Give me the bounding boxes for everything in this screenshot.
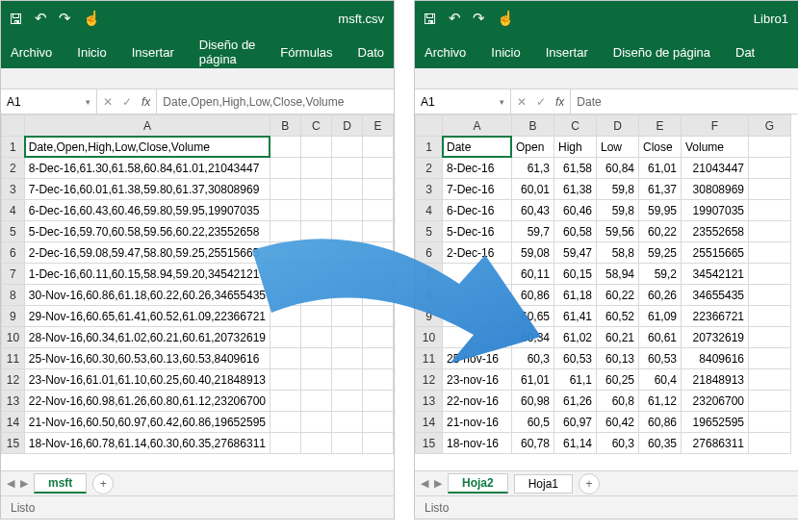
table-row[interactable]: 28-Dec-1661,361,5860,8461,0121043447: [416, 158, 791, 179]
cell[interactable]: 30808969: [682, 179, 749, 200]
cell[interactable]: 21-Nov-16,60.50,60.97,60.42,60.86,196525…: [24, 412, 270, 433]
cell[interactable]: 60,86: [512, 285, 554, 306]
undo-icon[interactable]: ↶: [449, 10, 461, 27]
cell[interactable]: 7-Dec-16: [443, 179, 512, 200]
cell[interactable]: 60,84: [597, 158, 639, 179]
cell[interactable]: [443, 306, 512, 327]
row-header[interactable]: 4: [416, 200, 443, 221]
table-row[interactable]: 28-Dec-16,61.30,61.58,60.84,61.01,210434…: [2, 158, 394, 179]
column-header[interactable]: D: [331, 115, 362, 137]
cell[interactable]: 60,15: [554, 264, 597, 285]
table-row[interactable]: 929-Nov-16,60.65,61.41,60.52,61.09,22366…: [2, 306, 394, 327]
table-row[interactable]: 1518-nov-1660,7861,1460,360,3527686311: [416, 433, 791, 454]
cell[interactable]: [270, 327, 301, 348]
cell[interactable]: [749, 242, 791, 264]
cell[interactable]: [300, 179, 331, 200]
cell[interactable]: 59,7: [512, 221, 554, 242]
row-header[interactable]: 15: [2, 433, 25, 454]
table-row[interactable]: 1322-nov-1660,9861,2660,861,1223206700: [416, 391, 791, 412]
cell[interactable]: 61,09: [639, 306, 682, 327]
cell[interactable]: [331, 285, 362, 306]
cell[interactable]: 61,02: [554, 327, 597, 348]
table-row[interactable]: 760,1160,1558,9459,234542121: [416, 264, 791, 285]
cell[interactable]: [331, 158, 362, 179]
table-row[interactable]: 860,8661,1860,2260,2634655435: [416, 285, 791, 306]
column-header[interactable]: A: [443, 115, 512, 137]
cell[interactable]: [300, 242, 331, 264]
cell[interactable]: 59,2: [639, 264, 682, 285]
cell[interactable]: 34542121: [682, 264, 749, 285]
cell[interactable]: 22-Nov-16,60.98,61.26,60.80,61.12,232067…: [24, 391, 270, 412]
column-header[interactable]: G: [749, 115, 791, 137]
cell[interactable]: [270, 200, 301, 221]
cell[interactable]: [363, 158, 394, 179]
cell[interactable]: 59,08: [512, 242, 554, 264]
cell[interactable]: 61,01: [639, 158, 682, 179]
column-header[interactable]: F: [682, 115, 749, 137]
cell[interactable]: 59,95: [639, 200, 682, 221]
table-row[interactable]: 1322-Nov-16,60.98,61.26,60.80,61.12,2320…: [2, 391, 394, 412]
table-row[interactable]: 37-Dec-1660,0161,3859,861,3730808969: [416, 179, 791, 200]
cell[interactable]: 59,25: [639, 242, 682, 264]
row-header[interactable]: 7: [2, 264, 25, 285]
table-row[interactable]: 55-Dec-1659,760,5859,5660,2223552658: [416, 221, 791, 242]
cell[interactable]: Volume: [682, 137, 749, 158]
cell[interactable]: 34655435: [682, 285, 749, 306]
row-header[interactable]: 8: [2, 285, 25, 306]
ribbon-tab[interactable]: Dat: [734, 39, 757, 65]
cell[interactable]: [363, 348, 394, 369]
cell[interactable]: 60,11: [512, 264, 554, 285]
cell[interactable]: [331, 433, 362, 454]
row-header[interactable]: 3: [2, 179, 25, 200]
cell[interactable]: [749, 412, 791, 433]
enter-icon[interactable]: ✓: [122, 95, 132, 109]
cell[interactable]: 2-Dec-16: [443, 242, 512, 264]
column-header[interactable]: B: [512, 115, 554, 137]
cell[interactable]: [331, 200, 362, 221]
cell[interactable]: 25-nov-16: [443, 348, 512, 369]
spreadsheet-left[interactable]: ABCDE1Date,Open,High,Low,Close,Volume28-…: [1, 114, 394, 470]
cell[interactable]: 18-Nov-16,60.78,61.14,60.30,60.35,276863…: [24, 433, 270, 454]
row-header[interactable]: 13: [2, 391, 25, 412]
cell[interactable]: 21848913: [682, 369, 749, 391]
cell[interactable]: [749, 369, 791, 391]
cell[interactable]: [270, 391, 301, 412]
cell[interactable]: [300, 369, 331, 391]
cell[interactable]: 20732619: [682, 327, 749, 348]
column-header[interactable]: A: [24, 115, 270, 137]
cell[interactable]: [749, 327, 791, 348]
cell[interactable]: [270, 369, 301, 391]
cell[interactable]: 22366721: [682, 306, 749, 327]
cell[interactable]: [270, 179, 301, 200]
cell[interactable]: [300, 327, 331, 348]
cell[interactable]: 60,98: [512, 391, 554, 412]
table-row[interactable]: 1421-nov-1660,560,9760,4260,8619652595: [416, 412, 791, 433]
cell[interactable]: [300, 158, 331, 179]
cell[interactable]: [331, 412, 362, 433]
table-row[interactable]: 960,6561,4160,5261,0922366721: [416, 306, 791, 327]
cell[interactable]: [363, 327, 394, 348]
cell[interactable]: [270, 137, 301, 158]
formula-input[interactable]: Date,Open,High,Low,Close,Volume: [157, 89, 394, 114]
cell[interactable]: 28-Nov-16,60.34,61.02,60.21,60.61,207326…: [24, 327, 270, 348]
cell[interactable]: 61,01: [512, 369, 554, 391]
cell[interactable]: 27686311: [682, 433, 749, 454]
column-header[interactable]: E: [363, 115, 394, 137]
cell[interactable]: High: [554, 137, 597, 158]
column-header[interactable]: C: [300, 115, 331, 137]
cell[interactable]: 29-Nov-16,60.65,61.41,60.52,61.09,223667…: [24, 306, 270, 327]
cell[interactable]: 60,58: [554, 221, 597, 242]
row-header[interactable]: 8: [416, 285, 443, 306]
cell[interactable]: [270, 306, 301, 327]
cell[interactable]: 21-nov-16: [443, 412, 512, 433]
table-row[interactable]: 71-Dec-16,60.11,60.15,58.94,59.20,345421…: [2, 264, 394, 285]
cell[interactable]: 60,35: [639, 433, 682, 454]
cell[interactable]: [270, 285, 301, 306]
row-header[interactable]: 10: [2, 327, 25, 348]
enter-icon[interactable]: ✓: [536, 95, 546, 109]
row-header[interactable]: 6: [2, 242, 25, 264]
cell[interactable]: [363, 391, 394, 412]
row-header[interactable]: 10: [416, 327, 443, 348]
new-sheet-button[interactable]: +: [92, 473, 114, 494]
table-row[interactable]: 1125-Nov-16,60.30,60.53,60.13,60.53,8409…: [2, 348, 394, 369]
